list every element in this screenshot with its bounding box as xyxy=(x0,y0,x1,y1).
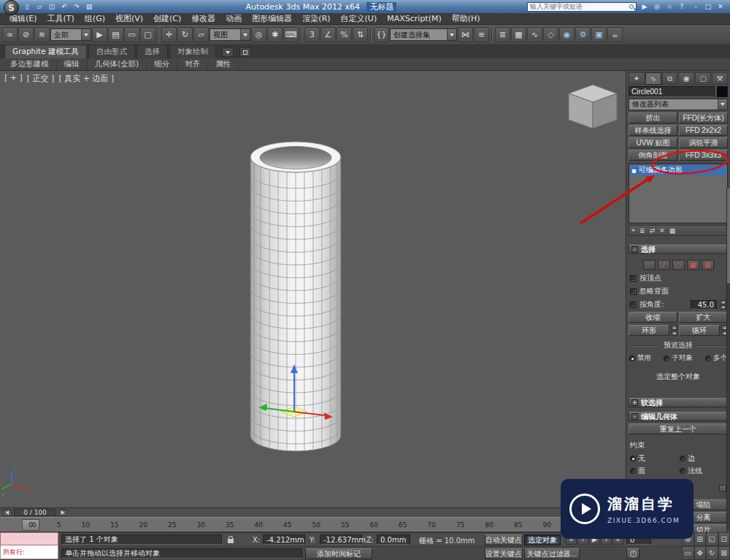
tab-motion[interactable]: ◉ xyxy=(678,72,694,85)
render-production-icon[interactable]: ☕ xyxy=(607,27,623,42)
ribbon-state-icon[interactable] xyxy=(239,47,251,57)
select-and-manipulate-icon[interactable]: ✱ xyxy=(267,27,283,42)
object-name-input[interactable] xyxy=(629,86,715,97)
ribbon-panel[interactable]: 细分 xyxy=(147,60,177,69)
zoom-extents-all-icon[interactable]: ⊡ xyxy=(718,532,730,546)
pin-stack-icon[interactable]: ⌖ xyxy=(631,226,635,234)
vertex-mode-icon[interactable]: ∵ xyxy=(643,260,656,270)
modifier-button[interactable]: 挤出 xyxy=(629,112,677,123)
remove-modifier-icon[interactable]: ✕ xyxy=(659,227,665,234)
viewport-general-menu[interactable]: [ + ] xyxy=(4,73,23,84)
close-button[interactable]: ✕ xyxy=(715,1,726,12)
listener-macro-row[interactable] xyxy=(0,532,58,545)
tab-display[interactable]: ▢ xyxy=(695,72,711,85)
spinner-snap-icon[interactable]: ⇅ xyxy=(353,27,368,42)
auto-key-button[interactable]: 自动关键点 xyxy=(485,534,523,545)
zoom-region-icon[interactable]: ▭ xyxy=(682,546,694,560)
radio-option[interactable]: 禁用 xyxy=(629,353,651,363)
modifier-button[interactable]: FFD 3x3x3 xyxy=(679,150,728,161)
orbit-icon[interactable]: ↻ xyxy=(706,546,718,560)
radio-option[interactable]: 多个 xyxy=(705,353,727,363)
select-by-name-icon[interactable]: ▤ xyxy=(108,27,123,42)
open-file-icon[interactable]: ▱ xyxy=(34,1,45,12)
new-scene-icon[interactable]: ▯ xyxy=(21,1,33,12)
ignore-backfacing-checkbox[interactable] xyxy=(630,288,637,295)
rollout-edit-geometry[interactable]: - 编辑几何体 xyxy=(629,412,728,421)
time-configuration-icon[interactable] xyxy=(626,548,639,559)
object-color-swatch[interactable] xyxy=(717,86,728,97)
rendered-frame-window-icon[interactable]: ▣ xyxy=(591,27,607,42)
search-input[interactable] xyxy=(528,3,627,10)
set-key-button[interactable]: 设置关键点 xyxy=(485,548,523,559)
help-icon[interactable]: ? xyxy=(676,1,688,12)
redo-icon[interactable]: ↷ xyxy=(71,1,82,12)
stack-item[interactable]: ▪可编辑多边形 xyxy=(630,165,726,175)
rollout-soft-selection[interactable]: + 软选择 xyxy=(629,398,728,407)
save-file-icon[interactable]: ◫ xyxy=(46,1,58,12)
material-editor-icon[interactable]: ◉ xyxy=(559,27,575,42)
radio-option[interactable]: 面 xyxy=(630,466,677,476)
unlink-selection-icon[interactable]: ⊘ xyxy=(18,27,34,42)
select-and-rotate-icon[interactable]: ↻ xyxy=(177,27,193,42)
make-unique-icon[interactable]: ⇄ xyxy=(650,227,656,234)
ring-spinner[interactable] xyxy=(671,325,677,336)
trackbar-right-icon[interactable] xyxy=(58,510,67,516)
bind-to-space-warp-icon[interactable]: ≋ xyxy=(34,27,50,42)
radio-option[interactable]: 子对象 xyxy=(664,353,693,363)
select-and-scale-icon[interactable]: ▱ xyxy=(193,27,209,42)
angle-snap-icon[interactable]: ∠ xyxy=(320,27,336,42)
ribbon-tab[interactable]: 对象绘制 xyxy=(169,45,216,58)
percent-snap-icon[interactable]: % xyxy=(337,27,352,42)
trackbar-left-icon[interactable] xyxy=(3,510,12,516)
trackbar-range[interactable]: 0 / 100 xyxy=(14,509,56,516)
key-filters-button[interactable]: 关键点过滤器... xyxy=(524,548,580,559)
maximize-viewport-icon[interactable]: ⊠ xyxy=(718,546,730,560)
radio-option[interactable]: 无 xyxy=(630,453,677,464)
element-mode-icon[interactable]: ▦ xyxy=(702,260,714,270)
menu-item[interactable]: 修改器 xyxy=(186,13,220,24)
ribbon-panel[interactable]: 对齐 xyxy=(177,60,208,69)
tab-utilities[interactable]: ⚒ xyxy=(712,72,728,85)
edge-mode-icon[interactable]: ╱ xyxy=(658,260,670,270)
search-go-icon[interactable]: ▶ xyxy=(639,1,650,12)
curve-editor-icon[interactable]: ∿ xyxy=(527,27,542,42)
radio-option[interactable]: 法线 xyxy=(680,466,726,476)
menu-item[interactable]: 自定义(U) xyxy=(336,13,383,24)
menu-item[interactable]: 帮助(H) xyxy=(447,13,485,24)
ribbon-panel[interactable]: 多边形建模 xyxy=(3,60,57,69)
menu-item[interactable]: 视图(V) xyxy=(110,13,148,24)
tab-hierarchy[interactable]: ⧉ xyxy=(662,72,678,85)
favorites-star-icon[interactable]: ☆ xyxy=(664,1,675,12)
expand-icon[interactable]: + xyxy=(631,399,638,406)
border-mode-icon[interactable]: ○ xyxy=(672,260,685,270)
ribbon-panel[interactable]: 几何体(全部) xyxy=(88,60,147,69)
window-crossing-icon[interactable]: ▢ xyxy=(140,27,155,42)
infocenter-search[interactable] xyxy=(527,2,637,12)
search-icon[interactable] xyxy=(629,4,634,9)
modifier-list-dropdown[interactable]: 修改器列表 xyxy=(629,99,728,110)
polygon-mode-icon[interactable]: ■ xyxy=(687,260,699,270)
ring-button[interactable]: 环形 xyxy=(629,325,669,336)
ribbon-tab[interactable]: 自由形式 xyxy=(88,45,135,58)
x-coordinate-field[interactable]: -4.212mm xyxy=(263,534,305,545)
repeat-last-button[interactable]: 重复上一个 xyxy=(629,423,728,434)
collapse-icon[interactable]: - xyxy=(631,246,638,253)
tab-modify[interactable]: ∿ xyxy=(645,72,661,85)
align-icon[interactable]: ≡ xyxy=(474,27,489,42)
panel-scrollbar[interactable] xyxy=(726,188,730,529)
selection-lock-icon[interactable] xyxy=(228,539,234,543)
modifier-button[interactable]: 涡轮平滑 xyxy=(679,137,728,148)
angle-spinner[interactable] xyxy=(720,300,726,310)
by-vertex-checkbox[interactable] xyxy=(630,275,637,282)
project-folder-icon[interactable]: ▤ xyxy=(83,1,95,12)
y-coordinate-field[interactable]: -12.637mm xyxy=(320,534,362,545)
reference-coordinate-dropdown[interactable]: 视图 xyxy=(210,28,250,41)
dropdown-arrow-icon[interactable] xyxy=(447,29,456,40)
viewport-shading-menu[interactable]: [ 真实 + 边面 ] xyxy=(58,73,114,84)
angle-value-field[interactable]: 45.0 xyxy=(691,300,717,310)
zoom-extents-icon[interactable]: ◱ xyxy=(706,532,718,546)
max-logo-icon[interactable]: S xyxy=(4,0,19,15)
menu-item[interactable]: 动画 xyxy=(220,13,247,24)
z-coordinate-field[interactable]: 0.0mm xyxy=(377,534,410,545)
loop-button[interactable]: 循环 xyxy=(679,325,720,336)
